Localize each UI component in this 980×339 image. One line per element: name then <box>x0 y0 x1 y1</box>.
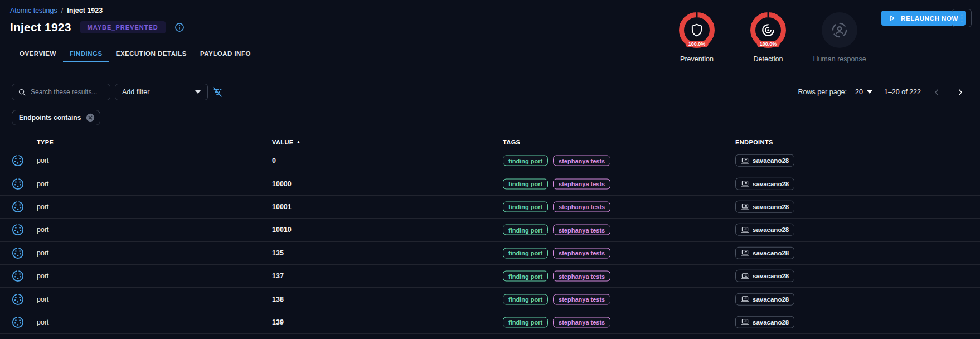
breadcrumb-link-atomic-testings[interactable]: Atomic testings <box>10 7 57 14</box>
breadcrumb-separator: / <box>61 7 63 14</box>
finding-value: 0 <box>272 157 276 164</box>
tag-chip[interactable]: finding port <box>503 317 548 327</box>
play-icon <box>889 14 896 22</box>
shield-icon <box>690 23 704 37</box>
tab-overview[interactable]: OVERVIEW <box>13 46 63 62</box>
finding-type: port <box>37 203 49 211</box>
clear-filters-icon[interactable] <box>211 86 224 98</box>
endpoint-cell: savacano28 <box>735 316 794 329</box>
tag-list: finding portstephanya tests <box>503 271 610 282</box>
endpoint-cell: savacano28 <box>735 293 794 306</box>
tag-chip[interactable]: stephanya tests <box>553 271 610 282</box>
endpoint-chip[interactable]: savacano28 <box>735 201 794 213</box>
endpoint-name: savacano28 <box>753 319 789 326</box>
filter-chip-label: Endpoints contains <box>19 114 81 122</box>
pagination-bar: Rows per page: 20 1–20 of 222 <box>798 84 968 100</box>
tag-list: finding portstephanya tests <box>503 178 610 189</box>
device-icon <box>741 272 749 280</box>
column-header-type[interactable]: TYPE <box>37 139 54 146</box>
rows-per-page-value: 20 <box>855 88 863 96</box>
device-icon <box>741 180 749 188</box>
device-icon <box>741 202 749 211</box>
device-icon <box>741 226 749 234</box>
port-icon <box>11 200 25 214</box>
finding-type: port <box>37 157 49 164</box>
add-filter-dropdown[interactable]: Add filter <box>115 84 208 100</box>
tag-chip[interactable]: stephanya tests <box>553 201 610 212</box>
endpoint-name: savacano28 <box>753 250 789 256</box>
tab-execution-details[interactable]: EXECUTION DETAILS <box>109 46 193 62</box>
tag-chip[interactable]: finding port <box>503 225 548 235</box>
human-response-label: Human response <box>813 55 866 63</box>
tag-list: finding portstephanya tests <box>503 156 610 166</box>
tag-chip[interactable]: finding port <box>503 294 548 304</box>
tag-chip[interactable]: stephanya tests <box>553 294 610 304</box>
finding-value: 10001 <box>272 203 292 211</box>
rows-per-page-label: Rows per page: <box>798 88 847 96</box>
port-icon <box>11 293 25 306</box>
finding-type: port <box>37 180 49 188</box>
tag-list: finding portstephanya tests <box>503 317 610 327</box>
pagination-range: 1–20 of 222 <box>884 88 921 96</box>
endpoint-chip[interactable]: savacano28 <box>735 177 794 190</box>
finding-type: port <box>37 249 49 257</box>
detection-score-value: 100.0% <box>757 41 780 47</box>
table-row[interactable]: port 135 finding portstephanya tests sa <box>0 242 980 265</box>
device-icon <box>741 249 749 257</box>
table-row[interactable]: port 0 finding portstephanya tests sava <box>0 149 980 172</box>
finding-type: port <box>37 226 49 234</box>
tag-chip[interactable]: finding port <box>503 156 548 166</box>
more-options-button[interactable] <box>952 9 972 27</box>
prevention-score-value: 100.0% <box>686 41 709 47</box>
rows-per-page-select[interactable]: 20 <box>855 88 872 96</box>
add-filter-label: Add filter <box>122 88 149 96</box>
table-row[interactable]: port 10001 finding portstephanya tests <box>0 196 980 219</box>
tag-chip[interactable]: stephanya tests <box>553 225 610 235</box>
tag-chip[interactable]: finding port <box>503 271 548 282</box>
endpoint-chip[interactable]: savacano28 <box>735 224 794 236</box>
previous-page-button[interactable] <box>929 85 944 100</box>
table-row[interactable]: port 139 finding portstephanya tests sa <box>0 311 980 334</box>
table-row[interactable]: port 10010 finding portstephanya tests <box>0 219 980 241</box>
endpoint-name: savacano28 <box>753 273 789 279</box>
tag-chip[interactable]: finding port <box>503 248 548 258</box>
next-page-button[interactable] <box>953 85 968 100</box>
endpoint-chip[interactable]: savacano28 <box>735 293 794 305</box>
tab-payload-info[interactable]: PAYLOAD INFO <box>193 46 258 62</box>
endpoint-name: savacano28 <box>753 157 789 164</box>
chevron-down-icon <box>195 90 201 94</box>
endpoint-chip[interactable]: savacano28 <box>735 154 794 167</box>
human-response-gauge <box>822 12 857 48</box>
endpoint-cell: savacano28 <box>735 177 794 190</box>
table-row[interactable]: port 10000 finding portstephanya tests <box>0 172 980 195</box>
tag-chip[interactable]: stephanya tests <box>553 317 610 327</box>
endpoint-cell: savacano28 <box>735 270 794 283</box>
track-changes-icon <box>761 23 775 37</box>
endpoint-chip[interactable]: savacano28 <box>735 270 794 282</box>
tag-chip[interactable]: finding port <box>503 178 548 189</box>
title-row: Inject 1923 MAYBE_PREVENTED <box>10 21 185 34</box>
table-row[interactable]: port 138 finding portstephanya tests sa <box>0 288 980 311</box>
table-row[interactable]: port 137 finding portstephanya tests sa <box>0 265 980 288</box>
search-input[interactable] <box>31 88 104 96</box>
atomic-testing-page: Atomic testings / Inject 1923 Inject 192… <box>0 0 980 339</box>
finding-type: port <box>37 272 49 280</box>
column-header-value[interactable]: VALUE ▲ <box>272 139 301 146</box>
tag-chip[interactable]: stephanya tests <box>553 178 610 189</box>
human-response-score: Human response <box>805 12 874 63</box>
remove-filter-icon[interactable] <box>86 113 95 122</box>
tag-chip[interactable]: finding port <box>503 201 548 212</box>
endpoint-cell: savacano28 <box>735 247 794 260</box>
info-icon[interactable] <box>174 22 185 32</box>
endpoint-chip[interactable]: savacano28 <box>735 316 794 328</box>
port-icon <box>11 154 25 167</box>
filter-chip-endpoints-contains[interactable]: Endpoints contains <box>12 110 100 125</box>
port-icon <box>11 246 25 260</box>
tab-findings[interactable]: FINDINGS <box>63 46 109 62</box>
sort-asc-icon: ▲ <box>296 139 300 144</box>
tag-chip[interactable]: stephanya tests <box>553 248 610 258</box>
tag-list: finding portstephanya tests <box>503 294 610 304</box>
tag-chip[interactable]: stephanya tests <box>553 156 610 166</box>
status-badge: MAYBE_PREVENTED <box>80 21 166 33</box>
endpoint-chip[interactable]: savacano28 <box>735 247 794 259</box>
